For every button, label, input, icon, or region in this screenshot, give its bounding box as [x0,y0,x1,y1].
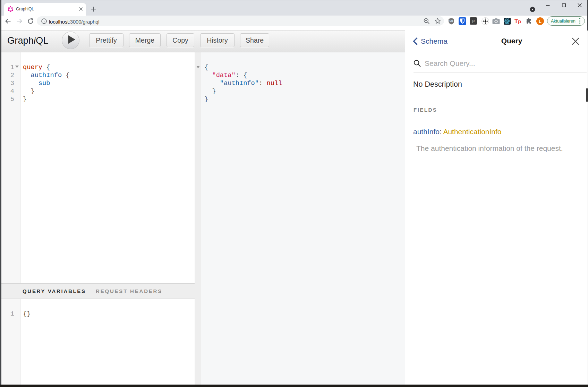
svg-text:UO: UO [450,20,453,22]
svg-text:P: P [472,19,475,24]
